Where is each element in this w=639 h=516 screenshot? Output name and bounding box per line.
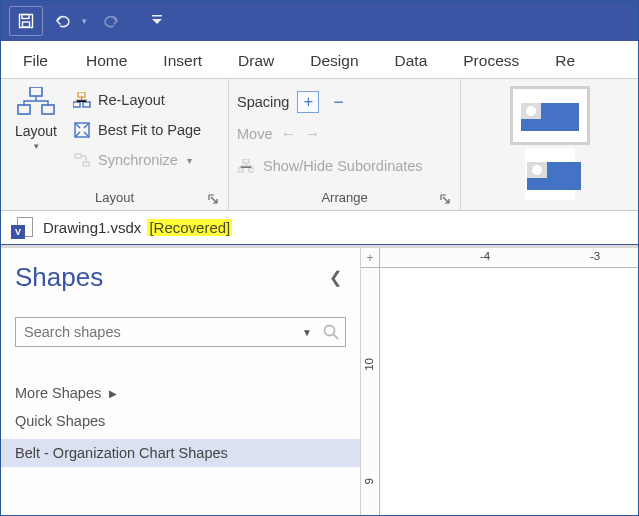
chevron-left-icon: ❮ [329,269,342,286]
tab-file[interactable]: File [11,43,68,78]
svg-rect-7 [78,92,85,97]
redo-button[interactable] [97,6,125,36]
save-button[interactable] [9,6,43,36]
dialog-launcher-arrange[interactable] [438,192,452,206]
synchronize-button: Synchronize ▾ [73,147,201,173]
synchronize-label: Synchronize [98,152,178,168]
quick-shapes-label: Quick Shapes [15,413,105,429]
move-label: Move [237,126,272,142]
launcher-icon [440,194,450,204]
spacing-control: Spacing + − [237,89,452,115]
chevron-down-icon: ▾ [187,155,192,166]
stencil-selected[interactable]: Belt - Organization Chart Shapes [1,439,360,467]
ruler-h-mark: -4 [480,250,490,262]
undo-dropdown[interactable]: ▾ [79,6,89,36]
recovered-badge: [Recovered] [147,219,232,236]
svg-rect-12 [83,162,89,166]
undo-button[interactable] [49,6,77,36]
tab-data[interactable]: Data [377,43,446,78]
relayout-icon [73,91,91,109]
move-right-button: → [304,125,320,143]
layout-button[interactable]: Layout ▾ [9,85,63,173]
svg-rect-6 [42,105,54,114]
group-arrange: Spacing + − Move ← → Show/Hide Subordina… [229,79,461,210]
svg-rect-2 [23,22,30,27]
ribbon-tabs: File Home Insert Draw Design Data Proces… [1,41,638,79]
search-button[interactable] [317,324,345,340]
svg-rect-8 [73,102,80,107]
layout-button-label: Layout [15,123,57,139]
tab-draw[interactable]: Draw [220,43,292,78]
tab-insert[interactable]: Insert [145,43,220,78]
more-shapes-label: More Shapes [15,385,101,401]
ruler-vertical: 10 9 [361,268,380,516]
group-layout: Layout ▾ Re-Layout Best Fit to Page [1,79,229,210]
svg-rect-9 [83,102,90,107]
redo-icon [102,14,120,28]
ruler-v-mark: 10 [363,358,375,371]
shapes-pane: Shapes ❮ ▼ More Shapes ▶ Quick Shapes Be… [1,248,361,516]
ruler-h-mark: -3 [590,250,600,262]
quick-shapes-link[interactable]: Quick Shapes [15,407,346,435]
move-control: Move ← → [237,121,452,147]
group-title-arrange: Arrange [237,187,452,210]
ribbon: Layout ▾ Re-Layout Best Fit to Page [1,79,638,211]
spacing-decrease-button[interactable]: − [327,91,349,113]
ruler-horizontal: -4 -3 [380,248,638,268]
search-shapes[interactable]: ▼ [15,317,346,347]
orgchart-shape-icon [527,158,573,190]
ruler-v-mark: 9 [363,478,375,484]
search-dropdown[interactable]: ▼ [297,327,317,338]
search-icon [323,324,339,340]
ruler-corner: + [361,248,380,268]
bestfit-button[interactable]: Best Fit to Page [73,117,201,143]
svg-rect-13 [243,159,249,163]
minus-icon: − [333,92,344,113]
showhide-button: Show/Hide Subordinates [237,153,452,179]
tab-design[interactable]: Design [292,43,376,78]
spacing-label: Spacing [237,94,289,110]
svg-rect-5 [18,105,30,114]
gallery-item-2[interactable] [525,148,575,201]
document-filename: Drawing1.vsdx [43,219,141,236]
chevron-down-icon: ▾ [34,141,39,151]
chevron-right-icon: ▶ [109,388,117,399]
shapes-title: Shapes [15,262,103,293]
tab-process[interactable]: Process [445,43,537,78]
move-left-button: ← [280,125,296,143]
tab-home[interactable]: Home [68,43,145,78]
svg-rect-4 [30,87,42,96]
orgchart-shape-icon [521,99,579,131]
showhide-label: Show/Hide Subordinates [263,158,423,174]
document-bar: V Drawing1.vsdx [Recovered] [1,211,638,245]
group-title-layout: Layout [9,187,220,210]
relayout-label: Re-Layout [98,92,165,108]
tab-review[interactable]: Re [537,43,593,78]
more-shapes-link[interactable]: More Shapes ▶ [15,379,346,407]
undo-icon [54,14,72,28]
collapse-pane-button[interactable]: ❮ [329,268,346,287]
gallery-item-1[interactable] [513,89,587,142]
svg-rect-11 [75,154,81,158]
svg-rect-14 [238,168,243,172]
showhide-icon [237,157,255,175]
layout-icon [16,87,56,121]
save-icon [18,13,34,29]
svg-rect-1 [22,15,29,19]
shape-style-gallery[interactable] [461,79,638,210]
drawing-canvas[interactable]: + -4 -3 10 9 [361,248,638,516]
dialog-launcher-layout[interactable] [206,192,220,206]
drawing-page[interactable] [380,268,638,516]
workspace: Shapes ❮ ▼ More Shapes ▶ Quick Shapes Be… [1,245,638,516]
synchronize-icon [73,151,91,169]
plus-icon: + [304,93,313,111]
bestfit-label: Best Fit to Page [98,122,201,138]
qat-customize[interactable] [143,6,171,36]
spacing-increase-button[interactable]: + [297,91,319,113]
visio-file-icon: V [11,217,33,239]
customize-icon [152,15,162,27]
relayout-button[interactable]: Re-Layout [73,87,201,113]
svg-rect-15 [249,168,254,172]
launcher-icon [208,194,218,204]
search-input[interactable] [16,324,297,340]
